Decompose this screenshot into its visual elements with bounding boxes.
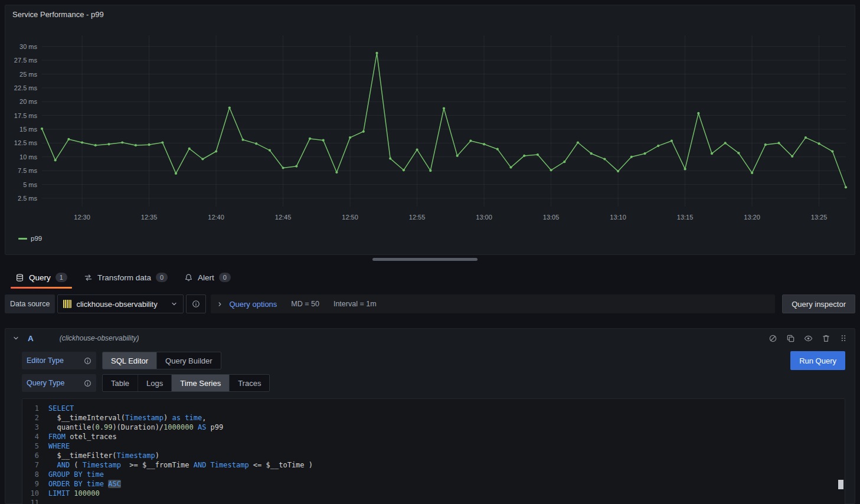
code-line: 11 [22,498,845,504]
query-type-row: Query Type Table Logs Time Series Traces [22,374,845,392]
code-line: 3 quantile(0.99)(Duration)/1000000 AS p9… [22,423,845,432]
tab-label: Alert [198,273,214,282]
query-options-bar: Query options MD = 50 Interval = 1m [211,294,775,313]
svg-text:12:50: 12:50 [342,214,358,221]
svg-text:12:40: 12:40 [208,214,224,221]
editor-type-row: Editor Type SQL Editor Query Builder Run… [22,351,845,370]
svg-text:5 ms: 5 ms [23,181,37,188]
svg-text:12:35: 12:35 [141,214,158,221]
datasource-value: clickhouse-observability [76,300,166,309]
query-type-toggle: Table Logs Time Series Traces [102,374,270,392]
line-number: 9 [22,479,48,489]
hide-response-icon[interactable] [804,334,813,343]
svg-text:10 ms: 10 ms [19,153,37,161]
code-line: 7 AND ( Timestamp >= $__fromTime AND Tim… [22,460,845,470]
line-number: 6 [22,451,48,460]
query-ref-id[interactable]: A [28,334,34,343]
tab-label: Query [29,273,51,282]
svg-text:13:25: 13:25 [811,214,828,221]
line-number: 7 [22,460,48,470]
query-type-option-traces[interactable]: Traces [230,375,269,391]
info-icon[interactable] [84,357,91,365]
svg-text:12:45: 12:45 [275,214,292,221]
tab-label: Transform data [97,273,151,282]
svg-text:27.5 ms: 27.5 ms [14,57,38,64]
svg-text:30 ms: 30 ms [19,43,37,50]
query-type-label-text: Query Type [27,379,64,387]
chevron-right-icon[interactable] [217,301,223,307]
timeseries-chart[interactable]: 2.5 ms5 ms7.5 ms10 ms12.5 ms15 ms17.5 ms… [5,20,855,234]
info-icon [192,300,200,308]
svg-text:13:20: 13:20 [744,214,760,221]
line-number: 10 [22,489,48,498]
tab-count-badge: 1 [55,273,67,282]
query-editor-tabs: Query 1 Transform data 0 Alert 0 [9,267,237,289]
legend-swatch [18,238,27,240]
datasource-label: Data source [5,294,55,313]
code-line: 4FROM otel_traces [22,432,845,441]
panel-title[interactable]: Service Performance - p99 [5,5,855,20]
tab-alert[interactable]: Alert 0 [178,267,237,289]
chart-legend: p99 [5,234,855,242]
collapse-chevron-icon[interactable] [12,335,19,342]
line-number: 3 [22,423,48,432]
tab-transform-data[interactable]: Transform data 0 [78,267,174,289]
line-number: 5 [22,441,48,451]
code-line: 9ORDER BY time ASC [22,479,845,489]
legend-label[interactable]: p99 [31,235,42,242]
sql-code-editor[interactable]: 1SELECT2 $__timeInterval(Timestamp) as t… [22,398,845,504]
svg-text:13:05: 13:05 [543,214,560,221]
svg-text:25 ms: 25 ms [19,71,37,78]
query-inspector-button[interactable]: Query inspector [782,294,855,313]
chevron-down-icon [171,300,178,307]
clickhouse-logo-icon [63,300,71,308]
line-number: 8 [22,470,48,479]
svg-text:12:55: 12:55 [409,214,426,221]
bell-icon [184,273,193,282]
query-type-option-table[interactable]: Table [103,375,138,391]
transform-icon [84,273,93,282]
svg-text:2.5 ms: 2.5 ms [18,195,38,202]
editor-type-option-query-builder[interactable]: Query Builder [157,352,220,369]
duplicate-query-icon[interactable] [786,334,795,343]
code-line: 10LIMIT 100000 [22,489,845,498]
disable-query-icon[interactable] [769,334,777,343]
max-data-points-stat: MD = 50 [291,300,319,308]
svg-text:22.5 ms: 22.5 ms [14,84,38,91]
editor-cursor-marker [838,480,843,489]
code-line: 2 $__timeInterval(Timestamp) as time, [22,413,845,423]
query-type-label: Query Type [22,374,96,392]
line-number: 4 [22,432,48,441]
datasource-help-button[interactable] [186,294,206,313]
svg-text:13:10: 13:10 [610,214,626,221]
tab-query[interactable]: Query 1 [9,267,73,289]
query-options-link[interactable]: Query options [229,300,277,309]
drag-handle-icon[interactable] [839,334,848,342]
horizontal-scrollbar[interactable] [372,258,478,261]
svg-text:13:15: 13:15 [677,214,694,221]
tab-count-badge: 0 [219,273,231,282]
query-editor-card: A (clickhouse-observability) Editor Type [5,328,855,504]
code-line: 8GROUP BY time [22,470,845,479]
timeseries-panel: Service Performance - p99 2.5 ms5 ms7.5 … [5,5,855,255]
delete-query-icon[interactable] [822,334,830,343]
query-datasource-hint: (clickhouse-observability) [60,334,139,342]
svg-text:13:00: 13:00 [476,214,492,221]
datasource-select[interactable]: clickhouse-observability [57,294,184,313]
run-query-button[interactable]: Run Query [790,351,845,370]
code-line: 5WHERE [22,441,845,451]
editor-type-label: Editor Type [22,352,96,369]
editor-type-option-sql-editor[interactable]: SQL Editor [103,352,157,369]
query-type-option-logs[interactable]: Logs [138,375,172,391]
datasource-toolbar: Data source clickhouse-observability Que… [5,294,855,313]
query-type-option-time-series[interactable]: Time Series [172,375,230,391]
svg-text:17.5 ms: 17.5 ms [14,112,38,119]
tab-count-badge: 0 [156,273,168,282]
info-icon[interactable] [84,379,91,387]
query-row-header: A (clickhouse-observability) [5,329,855,348]
database-icon [15,273,24,282]
editor-type-label-text: Editor Type [27,356,64,365]
interval-stat: Interval = 1m [333,300,377,308]
active-tab-underline [11,287,72,289]
svg-text:12:30: 12:30 [74,214,90,221]
